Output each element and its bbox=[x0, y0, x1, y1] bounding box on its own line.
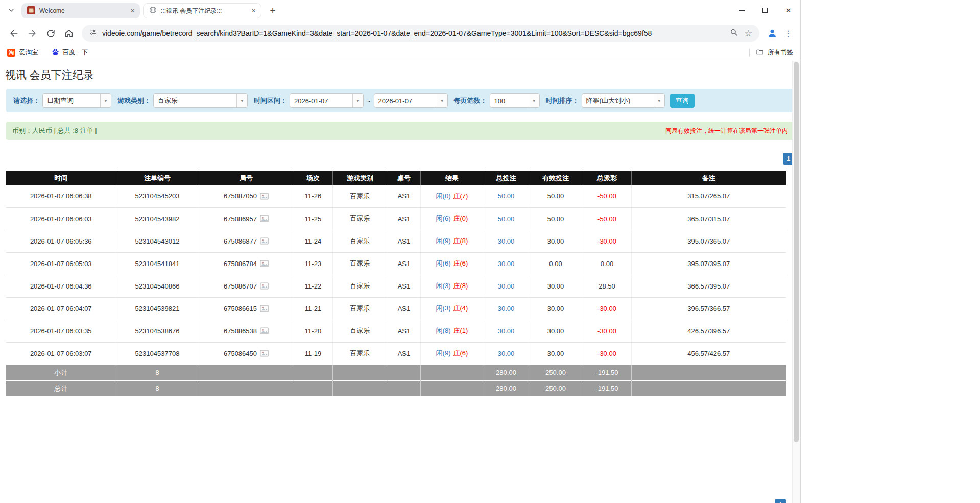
back-button[interactable] bbox=[5, 25, 22, 42]
round-cell: 675086450 bbox=[199, 342, 294, 365]
notice-text: 同局有效投注，统一计算在该局第一张注单内 bbox=[665, 127, 788, 135]
page-1-button-bottom[interactable]: 1 bbox=[775, 499, 786, 503]
chevron-down-icon: ▼ bbox=[236, 94, 247, 107]
total-bet[interactable]: 30.00 bbox=[484, 275, 529, 297]
empty-cell bbox=[332, 365, 388, 380]
bookmark-baidu[interactable]: 百度一下 bbox=[52, 48, 88, 57]
roadmap-image-button[interactable] bbox=[260, 237, 269, 245]
tab-betrecord[interactable]: :::视讯 会员下注纪录::: ✕ bbox=[143, 3, 261, 18]
total-bet[interactable]: 30.00 bbox=[484, 230, 529, 252]
game-kind: 百家乐 bbox=[332, 342, 388, 365]
profile-avatar-icon[interactable] bbox=[763, 25, 781, 42]
scrollbar-thumb[interactable] bbox=[794, 62, 799, 442]
column-header: 注单编号 bbox=[116, 171, 199, 185]
total-bet[interactable]: 30.00 bbox=[484, 297, 529, 320]
chevron-down-icon: ▼ bbox=[529, 94, 539, 107]
table-number: AS1 bbox=[388, 230, 420, 252]
result-cell: 闲(9) 庄(8) bbox=[420, 230, 484, 252]
all-bookmarks-button[interactable]: 所有书签 bbox=[756, 47, 793, 57]
table-number: AS1 bbox=[388, 342, 420, 365]
empty-cell bbox=[388, 380, 420, 396]
roadmap-image-button[interactable] bbox=[260, 327, 269, 334]
menu-kebab-icon[interactable]: ⋮ bbox=[782, 25, 795, 42]
minimize-icon bbox=[739, 10, 745, 11]
note: 396.57/366.57 bbox=[631, 297, 786, 320]
empty-cell bbox=[388, 365, 420, 380]
player-result: 闲(6) bbox=[436, 214, 451, 223]
bet-time: 2026-01-07 06:04:07 bbox=[6, 297, 116, 320]
forward-button[interactable] bbox=[23, 25, 41, 42]
round-number: 675087050 bbox=[224, 192, 257, 200]
bet-time: 2026-01-07 06:03:07 bbox=[6, 342, 116, 365]
roadmap-image-button[interactable] bbox=[260, 305, 269, 312]
summary-count: 8 bbox=[116, 365, 199, 380]
page-content: 视讯 会员下注纪录 请选择： 日期查询 ▼ 游戏类别： 百家乐 ▼ 时间区间： … bbox=[0, 68, 800, 396]
sort-order-label: 时间排序： bbox=[546, 96, 579, 105]
bookmark-aitaobao[interactable]: 淘 爱淘宝 bbox=[7, 48, 38, 57]
round-cell: 675086877 bbox=[199, 230, 294, 252]
bookmarks-bar: 淘 爱淘宝 百度一下 所有书签 bbox=[0, 45, 800, 60]
summary-valid-bet: 250.00 bbox=[529, 365, 583, 380]
table-row: 2026-01-07 06:04:07 523104539821 6750866… bbox=[6, 297, 786, 320]
query-type-select[interactable]: 日期查询 ▼ bbox=[42, 93, 111, 108]
payout: -30.00 bbox=[583, 230, 631, 252]
bet-table-body: 2026-01-07 06:06:38 523104545203 6750870… bbox=[6, 185, 786, 365]
bookmark-star-icon[interactable]: ☆ bbox=[745, 29, 752, 38]
page-scrollbar[interactable] bbox=[792, 61, 800, 503]
chevron-down-icon bbox=[7, 6, 15, 16]
sort-order-select[interactable]: 降幂(由大到小) ▼ bbox=[582, 93, 665, 108]
note: 315.07/265.07 bbox=[631, 185, 786, 207]
summary-total-bet: 280.00 bbox=[484, 380, 529, 396]
valid-bet: 30.00 bbox=[529, 297, 583, 320]
reload-button[interactable] bbox=[42, 25, 59, 42]
result-cell: 闲(0) 庄(7) bbox=[420, 185, 484, 207]
maximize-button[interactable] bbox=[753, 0, 777, 20]
divider bbox=[749, 49, 750, 57]
url-text[interactable]: videoie.com/game/betrecord_search/kind3?… bbox=[102, 29, 724, 37]
result-cell: 闲(3) 庄(4) bbox=[420, 297, 484, 320]
baidu-paw-icon bbox=[52, 48, 59, 57]
total-bet[interactable]: 30.00 bbox=[484, 252, 529, 275]
payout: -30.00 bbox=[583, 342, 631, 365]
search-button[interactable]: 查询 bbox=[670, 94, 695, 108]
summary-bar: 币别：人民币 | 总共 :8 注单 | 同局有效投注，统一计算在该局第一张注单内 bbox=[6, 122, 794, 140]
home-button[interactable] bbox=[60, 25, 78, 42]
minimize-button[interactable] bbox=[730, 0, 753, 20]
site-settings-icon[interactable] bbox=[89, 28, 97, 38]
roadmap-image-button[interactable] bbox=[260, 260, 269, 267]
close-button[interactable]: ✕ bbox=[777, 0, 800, 20]
empty-cell bbox=[631, 365, 786, 380]
session-number: 11-21 bbox=[294, 297, 332, 320]
tab-close-icon[interactable]: ✕ bbox=[249, 7, 258, 15]
payout: -30.00 bbox=[583, 320, 631, 342]
date-start-select[interactable]: 2026-01-07 ▼ bbox=[290, 93, 364, 108]
roadmap-image-button[interactable] bbox=[260, 193, 269, 200]
select-value: 降幂(由大到小) bbox=[582, 96, 654, 105]
zoom-icon[interactable] bbox=[729, 28, 738, 39]
total-bet[interactable]: 30.00 bbox=[484, 342, 529, 365]
total-bet[interactable]: 30.00 bbox=[484, 320, 529, 342]
game-kind-select[interactable]: 百家乐 ▼ bbox=[153, 93, 248, 108]
valid-bet: 30.00 bbox=[529, 230, 583, 252]
maximize-icon bbox=[762, 8, 768, 13]
bet-time: 2026-01-07 06:04:36 bbox=[6, 275, 116, 297]
total-bet[interactable]: 50.00 bbox=[484, 207, 529, 230]
date-end-select[interactable]: 2026-01-07 ▼ bbox=[374, 93, 448, 108]
page-size-select[interactable]: 100 ▼ bbox=[490, 93, 540, 108]
total-bet[interactable]: 50.00 bbox=[484, 185, 529, 207]
tab-welcome[interactable]: Welcome ✕ bbox=[21, 3, 140, 18]
note: 366.57/395.07 bbox=[631, 275, 786, 297]
roadmap-image-button[interactable] bbox=[260, 282, 269, 290]
table-number: AS1 bbox=[388, 297, 420, 320]
tab-search-button[interactable] bbox=[4, 4, 18, 18]
bet-id: 523104538676 bbox=[116, 320, 199, 342]
result-cell: 闲(6) 庄(0) bbox=[420, 207, 484, 230]
address-bar[interactable]: videoie.com/game/betrecord_search/kind3?… bbox=[82, 25, 759, 42]
session-number: 11-19 bbox=[294, 342, 332, 365]
table-row: 2026-01-07 06:03:35 523104538676 6750865… bbox=[6, 320, 786, 342]
roadmap-image-button[interactable] bbox=[260, 350, 269, 357]
roadmap-image-button[interactable] bbox=[260, 215, 269, 222]
tab-close-icon[interactable]: ✕ bbox=[128, 7, 137, 15]
empty-cell bbox=[199, 365, 294, 380]
new-tab-button[interactable]: + bbox=[266, 4, 280, 18]
